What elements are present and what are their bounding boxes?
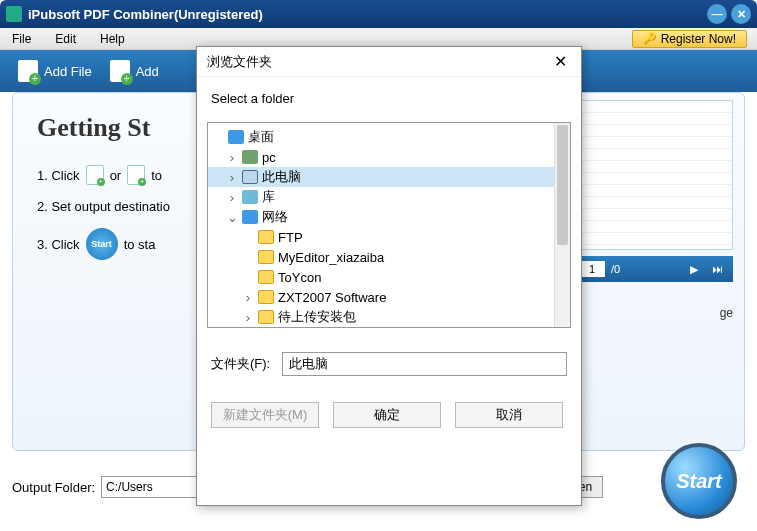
page-nav: /0 ▶ ⏭ — [573, 256, 733, 282]
register-button[interactable]: 🔑 Register Now! — [632, 30, 747, 48]
play-icon[interactable]: ▶ — [686, 263, 702, 276]
next-icon[interactable]: ⏭ — [708, 263, 727, 275]
add-folder-small-icon — [127, 165, 145, 185]
tree-node[interactable]: FTP — [208, 227, 570, 247]
dialog-titlebar: 浏览文件夹 ✕ — [197, 47, 581, 77]
folder-icon — [242, 150, 258, 164]
step1-text-a: 1. Click — [37, 168, 80, 183]
tree-scrollbar[interactable] — [554, 123, 570, 327]
tree-node[interactable]: ToYcon — [208, 267, 570, 287]
scrollbar-thumb[interactable] — [557, 125, 568, 245]
step2-text: 2. Set output destinatio — [37, 199, 170, 214]
folder-icon — [258, 230, 274, 244]
add-file-button[interactable]: Add File — [18, 60, 92, 82]
add-folder-icon — [110, 60, 130, 82]
app-title: iPubsoft PDF Combiner(Unregistered) — [28, 7, 263, 22]
menu-help[interactable]: Help — [88, 32, 137, 46]
folder-icon — [258, 290, 274, 304]
folder-icon — [258, 310, 274, 324]
add-file-icon — [18, 60, 38, 82]
register-label: Register Now! — [661, 32, 736, 46]
folder-icon — [242, 190, 258, 204]
folder-tree[interactable]: 桌面›pc›此电脑›库⌄网络FTPMyEditor_xiazaibaToYcon… — [207, 122, 571, 328]
start-pill-icon: Start — [86, 228, 118, 260]
page-input[interactable] — [579, 261, 605, 277]
tree-node-label: 网络 — [262, 208, 288, 226]
tree-node-label: 待上传安装包 — [278, 308, 356, 326]
dialog-subtitle: Select a folder — [197, 77, 581, 116]
folder-icon — [258, 250, 274, 264]
menu-file[interactable]: File — [0, 32, 43, 46]
folder-field-input[interactable] — [282, 352, 567, 376]
tree-node[interactable]: ›ZXT2007 Software — [208, 287, 570, 307]
expand-icon[interactable]: ⌄ — [226, 210, 238, 225]
page-total: /0 — [611, 263, 620, 275]
folder-icon — [242, 170, 258, 184]
menu-edit[interactable]: Edit — [43, 32, 88, 46]
tree-node-label: FTP — [278, 230, 303, 245]
tree-node[interactable]: ›库 — [208, 187, 570, 207]
folder-icon — [258, 270, 274, 284]
step1-or: or — [110, 168, 122, 183]
step1-text-b: to — [151, 168, 162, 183]
tree-node[interactable]: 桌面 — [208, 127, 570, 147]
tree-node-label: 库 — [262, 188, 275, 206]
folder-icon — [242, 210, 258, 224]
titlebar: iPubsoft PDF Combiner(Unregistered) — ✕ — [0, 0, 757, 28]
preview-lines — [573, 100, 733, 250]
ok-button[interactable]: 确定 — [333, 402, 441, 428]
folder-icon — [228, 130, 244, 144]
expand-icon[interactable]: › — [226, 170, 238, 185]
add-file-small-icon — [86, 165, 104, 185]
merge-label: ge — [573, 306, 733, 320]
tree-node[interactable]: ⌄网络 — [208, 207, 570, 227]
dialog-title: 浏览文件夹 — [207, 53, 272, 71]
tree-node[interactable]: MyEditor_xiazaiba — [208, 247, 570, 267]
app-logo-icon — [6, 6, 22, 22]
add-file-label: Add File — [44, 64, 92, 79]
expand-icon[interactable]: › — [226, 150, 238, 165]
folder-row: 文件夹(F): — [197, 334, 581, 376]
start-button[interactable]: Start — [661, 443, 737, 519]
expand-icon[interactable]: › — [226, 190, 238, 205]
tree-node-label: ToYcon — [278, 270, 321, 285]
add-folder-label: Add — [136, 64, 159, 79]
tree-node-label: MyEditor_xiazaiba — [278, 250, 384, 265]
tree-node[interactable]: ›待上传安装包 — [208, 307, 570, 327]
add-folder-button[interactable]: Add — [110, 60, 159, 82]
dialog-close-button[interactable]: ✕ — [550, 52, 571, 71]
output-label: Output Folder: — [12, 480, 95, 495]
tree-node-label: ZXT2007 Software — [278, 290, 386, 305]
cancel-button[interactable]: 取消 — [455, 402, 563, 428]
tree-node[interactable]: ›pc — [208, 147, 570, 167]
tree-node-label: 桌面 — [248, 128, 274, 146]
tree-node-label: pc — [262, 150, 276, 165]
expand-icon[interactable]: › — [242, 310, 254, 325]
step3-text-a: 3. Click — [37, 237, 80, 252]
new-folder-button[interactable]: 新建文件夹(M) — [211, 402, 319, 428]
browse-folder-dialog: 浏览文件夹 ✕ Select a folder 桌面›pc›此电脑›库⌄网络FT… — [196, 46, 582, 506]
folder-field-label: 文件夹(F): — [211, 355, 270, 373]
minimize-button[interactable]: — — [707, 4, 727, 24]
key-icon: 🔑 — [643, 32, 657, 45]
preview-panel: /0 ▶ ⏭ ge — [573, 100, 733, 320]
expand-icon[interactable]: › — [242, 290, 254, 305]
tree-node-label: 此电脑 — [262, 168, 301, 186]
tree-node[interactable]: ›此电脑 — [208, 167, 570, 187]
close-window-button[interactable]: ✕ — [731, 4, 751, 24]
step3-text-b: to sta — [124, 237, 156, 252]
